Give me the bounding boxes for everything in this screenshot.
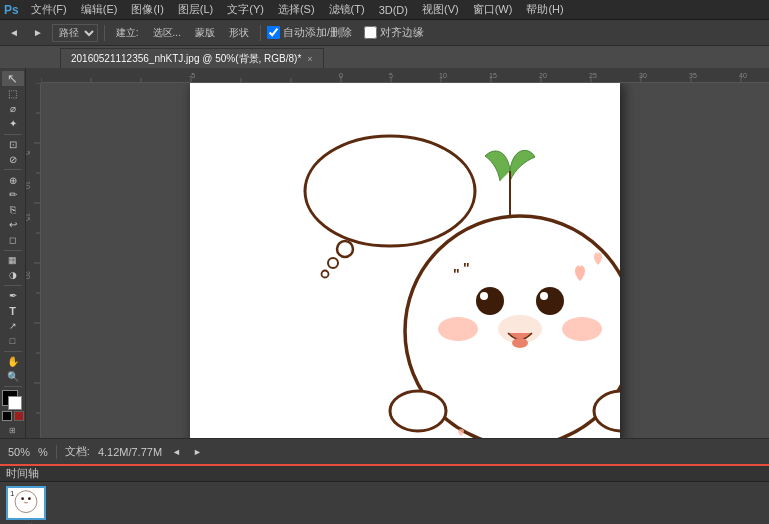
- ps-logo: Ps: [4, 3, 19, 17]
- nav-right-btn[interactable]: ►: [191, 445, 204, 459]
- tool-sep4: [4, 285, 22, 286]
- tool-dodge[interactable]: ◑: [2, 268, 24, 282]
- tool-hand[interactable]: ✋: [2, 354, 24, 368]
- back-btn[interactable]: ◄: [4, 23, 24, 43]
- standard-mode[interactable]: [2, 411, 12, 421]
- svg-text:": ": [453, 266, 460, 282]
- tool-brush[interactable]: ✏: [2, 188, 24, 202]
- tool-healing[interactable]: ⊕: [2, 173, 24, 187]
- auto-add-label[interactable]: 自动添加/删除: [267, 25, 352, 40]
- tool-lasso[interactable]: ⌀: [2, 102, 24, 116]
- tool-crop[interactable]: ⊡: [2, 138, 24, 152]
- nav-left-btn[interactable]: ◄: [170, 445, 183, 459]
- tool-history[interactable]: ↩: [2, 218, 24, 232]
- svg-text:25: 25: [589, 72, 597, 79]
- mask-btn[interactable]: 蒙版: [190, 23, 220, 43]
- color-boxes[interactable]: [2, 390, 24, 404]
- align-edges-label[interactable]: 对齐边缘: [364, 25, 424, 40]
- doc-size: 4.12M/7.77M: [98, 446, 162, 458]
- background-color[interactable]: [8, 396, 22, 410]
- status-bar: 50% % 文档: 4.12M/7.77M ◄ ►: [0, 438, 769, 464]
- align-text: 对齐边缘: [380, 25, 424, 40]
- document-tab[interactable]: 20160521112356_nhKTJ.jpg @ 50%(背景, RGB/8…: [60, 48, 324, 68]
- tool-select[interactable]: 路径: [52, 24, 98, 42]
- tool-magic-wand[interactable]: ✦: [2, 117, 24, 131]
- svg-point-43: [328, 258, 338, 268]
- sep1: [104, 25, 105, 41]
- svg-text:20: 20: [26, 271, 31, 279]
- tool-sep5: [4, 351, 22, 352]
- svg-point-60: [15, 491, 37, 513]
- menu-edit[interactable]: 编辑(E): [75, 1, 124, 18]
- zoom-level: 50%: [8, 446, 30, 458]
- tool-path-select[interactable]: ↗: [2, 319, 24, 333]
- timeline-panel: 时间轴 1 0 秒: [0, 464, 769, 524]
- sep2: [260, 25, 261, 41]
- tool-sep2: [4, 169, 22, 170]
- tool-move[interactable]: ↖: [2, 71, 24, 86]
- tool-sep3: [4, 250, 22, 251]
- auto-add-checkbox[interactable]: [267, 26, 280, 39]
- forward-btn[interactable]: ►: [28, 23, 48, 43]
- svg-point-54: [512, 338, 528, 348]
- svg-point-57: [390, 391, 446, 431]
- menu-text[interactable]: 文字(Y): [221, 1, 270, 18]
- align-edges-checkbox[interactable]: [364, 26, 377, 39]
- shape-btn[interactable]: 形状: [224, 23, 254, 43]
- menu-help[interactable]: 帮助(H): [520, 1, 569, 18]
- svg-text:5: 5: [26, 151, 31, 155]
- svg-text:40: 40: [739, 72, 747, 79]
- menu-3d[interactable]: 3D(D): [373, 3, 414, 17]
- canvas-viewport: " ": [41, 83, 769, 438]
- tool-zoom[interactable]: 🔍: [2, 369, 24, 383]
- mode-icons: [2, 411, 24, 421]
- tool-text[interactable]: T: [2, 304, 24, 318]
- tab-close-btn[interactable]: ×: [307, 54, 312, 64]
- svg-text:10: 10: [439, 72, 447, 79]
- svg-point-48: [536, 287, 564, 315]
- svg-text:15: 15: [489, 72, 497, 79]
- ruler-h-svg: -5 0 5 10 15 20 25 30 35 40: [41, 68, 769, 83]
- top-toolbar: ◄ ► 路径 建立: 选区... 蒙版 形状 自动添加/删除 对齐边缘: [0, 20, 769, 46]
- ruler-horizontal: -5 0 5 10 15 20 25 30 35 40: [41, 68, 769, 83]
- menu-filter[interactable]: 滤镜(T): [323, 1, 371, 18]
- tool-eraser[interactable]: ◻: [2, 233, 24, 247]
- ruler-corner: [26, 68, 41, 83]
- menu-bar: Ps 文件(F) 编辑(E) 图像(I) 图层(L) 文字(Y) 选择(S) 滤…: [0, 0, 769, 20]
- svg-text:-5: -5: [189, 72, 195, 79]
- menu-image[interactable]: 图像(I): [125, 1, 169, 18]
- zoom-percent-label: %: [38, 446, 48, 458]
- svg-point-51: [438, 317, 478, 341]
- tool-sep1: [4, 134, 22, 135]
- document-canvas[interactable]: " ": [190, 83, 620, 438]
- selection-btn[interactable]: 选区...: [148, 23, 186, 43]
- svg-text:35: 35: [689, 72, 697, 79]
- menu-file[interactable]: 文件(F): [25, 1, 73, 18]
- tab-filename: 20160521112356_nhKTJ.jpg @ 50%(背景, RGB/8…: [71, 52, 301, 66]
- frame-thumb-1[interactable]: 1: [6, 486, 46, 520]
- tool-clone[interactable]: ⎘: [2, 203, 24, 217]
- svg-point-50: [540, 292, 548, 300]
- menu-window[interactable]: 窗口(W): [467, 1, 519, 18]
- timeline-header: 时间轴: [0, 466, 769, 482]
- svg-point-44: [322, 270, 329, 277]
- quick-mask-mode[interactable]: [14, 411, 24, 421]
- tool-sep6: [4, 386, 22, 387]
- tool-pen[interactable]: ✒: [2, 289, 24, 303]
- tool-gradient[interactable]: ▦: [2, 253, 24, 267]
- menu-layer[interactable]: 图层(L): [172, 1, 219, 18]
- svg-text:5: 5: [389, 72, 393, 79]
- screen-mode[interactable]: ⊞: [9, 426, 16, 435]
- canvas-area[interactable]: -5 0 5 10 15 20 25 30 35 40: [26, 68, 769, 438]
- menu-view[interactable]: 视图(V): [416, 1, 465, 18]
- svg-point-61: [21, 497, 24, 500]
- status-sep1: [56, 445, 57, 459]
- svg-point-41: [305, 136, 475, 246]
- timeline-content: 1 0 秒: [0, 482, 769, 524]
- tool-shape[interactable]: □: [2, 334, 24, 348]
- frame-wrapper-1: 1 0 秒: [6, 486, 46, 524]
- tool-rect-select[interactable]: ⬚: [2, 87, 24, 101]
- frame-number-1: 1: [10, 489, 14, 498]
- tool-eyedropper[interactable]: ⊘: [2, 152, 24, 166]
- menu-select[interactable]: 选择(S): [272, 1, 321, 18]
